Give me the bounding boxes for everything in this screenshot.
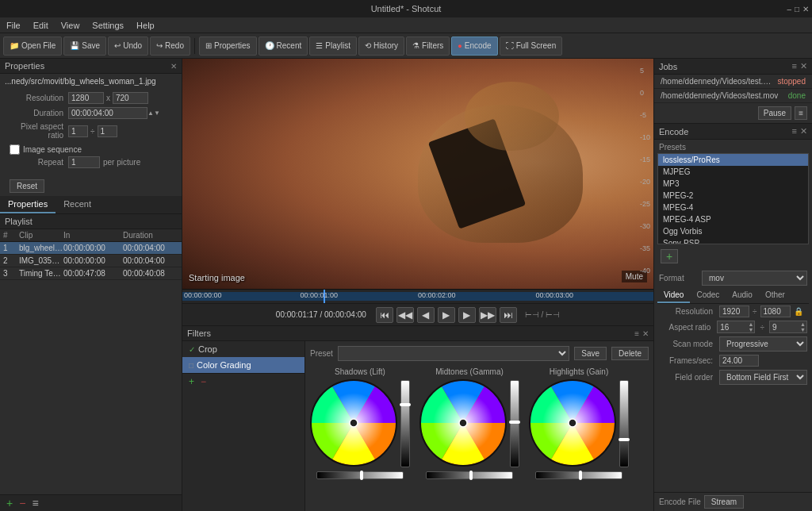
reset-button[interactable]: Reset [10, 179, 44, 193]
history-button[interactable]: ⟲ History [358, 36, 404, 56]
preset-item-mjpeg[interactable]: MJPEG [658, 166, 808, 178]
enc-aspect-w-up[interactable]: ▲ [747, 321, 754, 327]
enc-aspect-h-arrows[interactable]: ▲ ▼ [799, 321, 806, 332]
highlights-color-wheel[interactable] [529, 379, 616, 467]
codec-tab-codec[interactable]: Codec [690, 288, 726, 303]
shadows-bottom-slider[interactable] [316, 471, 404, 479]
codec-tab-other[interactable]: Other [759, 288, 791, 303]
preset-select[interactable] [338, 346, 569, 361]
shadows-h-handle[interactable] [360, 471, 363, 480]
image-sequence-checkbox[interactable] [10, 144, 20, 155]
window-controls[interactable]: – □ ✕ [787, 5, 809, 13]
highlights-h-handle[interactable] [579, 471, 582, 480]
tab-properties[interactable]: Properties [0, 196, 56, 213]
enc-field-select[interactable]: Bottom Field First [719, 370, 807, 385]
jobs-list-btn[interactable]: ≡ [795, 106, 807, 120]
preset-item-lossless[interactable]: lossless/ProRes [658, 154, 808, 166]
recent-button[interactable]: 🕐 Recent [259, 36, 308, 56]
enc-resolution-w[interactable] [719, 305, 749, 317]
preset-item-mpeg4[interactable]: MPEG-4 [658, 202, 808, 213]
preset-item-mpeg2[interactable]: MPEG-2 [658, 190, 808, 202]
filters-close-btn[interactable]: ✕ [642, 329, 649, 338]
save-button[interactable]: 💾 Save [63, 36, 106, 56]
shadows-color-wheel[interactable] [310, 379, 397, 467]
properties-close-btn[interactable]: ✕ [170, 62, 177, 71]
preset-save-btn[interactable]: Save [574, 347, 607, 360]
jobs-close-btn[interactable]: ✕ [800, 61, 807, 71]
midtones-bottom-slider[interactable] [426, 471, 513, 479]
jobs-pause-btn[interactable]: Pause [758, 106, 791, 120]
playlist-add-btn[interactable]: + [5, 498, 14, 509]
midtones-slider-handle[interactable] [509, 421, 520, 424]
menu-file[interactable]: File [3, 21, 24, 30]
resolution-height-input[interactable] [113, 92, 148, 104]
playlist-row-1[interactable]: 1 blg_wheels_.... 00:00:00:00 00:00:04:0… [0, 242, 182, 255]
preset-item-sony[interactable]: Sony-PSP [658, 237, 808, 244]
playlist-remove-btn[interactable]: − [17, 498, 27, 509]
pixel-aspect-input-1[interactable] [68, 125, 88, 137]
job-item-1[interactable]: /home/ddennedy/Videos/test.mov stopped [654, 75, 812, 89]
encode-close-btn[interactable]: ✕ [800, 126, 807, 136]
add-preset-btn[interactable]: + [661, 249, 678, 263]
menu-help[interactable]: Help [133, 21, 158, 30]
menu-settings[interactable]: Settings [89, 21, 127, 30]
enc-fps-input[interactable] [719, 355, 759, 367]
codec-tab-video[interactable]: Video [657, 288, 690, 303]
midtones-color-wheel[interactable] [419, 379, 507, 467]
job-item-2[interactable]: /home/ddennedy/Videos/test.mov done [654, 89, 812, 103]
minimize-btn[interactable]: – [787, 5, 791, 13]
duration-input[interactable] [68, 107, 147, 119]
properties-button[interactable]: ⊞ Properties [199, 36, 257, 56]
menu-edit[interactable]: Edit [30, 21, 52, 30]
maximize-btn[interactable]: □ [795, 5, 799, 13]
highlights-slider[interactable] [619, 380, 629, 467]
menu-view[interactable]: View [58, 21, 83, 30]
transport-step-back[interactable]: ◀ [417, 307, 435, 323]
format-select[interactable]: mov [702, 271, 807, 286]
playlist-menu-btn[interactable]: ≡ [30, 498, 40, 509]
midtones-h-handle[interactable] [469, 471, 473, 480]
tab-recent[interactable]: Recent [56, 196, 99, 213]
enc-aspect-h-down[interactable]: ▼ [799, 327, 806, 332]
enc-aspect-h-up[interactable]: ▲ [799, 321, 806, 327]
playlist-row-3[interactable]: 3 Timing Testsl... 00:00:47:08 00:00:40:… [0, 267, 182, 280]
pixel-aspect-input-2[interactable] [98, 125, 117, 137]
preset-item-mpeg4asp[interactable]: MPEG-4 ASP [658, 213, 808, 225]
transport-step-fwd[interactable]: ▶ [458, 307, 476, 323]
transport-skip-start[interactable]: ⏮ [376, 307, 393, 323]
shadows-slider[interactable] [400, 380, 410, 467]
shadows-slider-handle[interactable] [400, 403, 411, 406]
highlights-bottom-slider[interactable] [535, 471, 622, 479]
resolution-width-input[interactable] [68, 92, 104, 104]
duration-spinner-up[interactable]: ▲ [147, 110, 154, 117]
codec-tab-audio[interactable]: Audio [726, 288, 759, 303]
encode-stream-btn[interactable]: Stream [704, 495, 744, 509]
close-btn[interactable]: ✕ [802, 5, 809, 13]
repeat-input[interactable] [68, 156, 100, 168]
jobs-menu-btn[interactable]: ≡ [792, 61, 797, 71]
preset-item-ogg[interactable]: Ogg Vorbis [658, 225, 808, 237]
filter-item-color-grading[interactable]: □ Color Grading [182, 357, 304, 373]
filters-menu-btn[interactable]: ≡ [634, 329, 639, 338]
playlist-button[interactable]: ☰ Playlist [309, 36, 357, 56]
transport-skip-end[interactable]: ⏭ [500, 307, 517, 323]
enc-aspect-w-down[interactable]: ▼ [747, 327, 754, 332]
transport-rewind[interactable]: ◀◀ [396, 307, 414, 323]
filter-remove-btn[interactable]: − [199, 377, 208, 386]
playlist-row-2[interactable]: 2 IMG_0357.JPG 00:00:00:00 00:00:04:00 [0, 255, 182, 267]
highlights-slider-handle[interactable] [619, 438, 630, 441]
full-screen-button[interactable]: ⛶ Full Screen [500, 36, 563, 56]
enc-scan-select[interactable]: Progressive [719, 336, 807, 352]
filter-item-crop[interactable]: ✓ Crop [182, 341, 304, 357]
enc-aspect-w-arrows[interactable]: ▲ ▼ [747, 321, 754, 332]
redo-button[interactable]: ↪ Redo [150, 36, 190, 56]
filters-button[interactable]: ⚗ Filters [406, 36, 450, 56]
transport-play[interactable]: ▶ [438, 307, 455, 323]
preset-delete-btn[interactable]: Delete [611, 347, 649, 360]
filter-add-btn[interactable]: + [187, 377, 196, 386]
midtones-slider[interactable] [510, 380, 519, 467]
encode-button[interactable]: ● Encode [451, 36, 497, 56]
transport-fast-fwd[interactable]: ▶▶ [479, 307, 496, 323]
encode-menu-btn[interactable]: ≡ [792, 126, 797, 136]
enc-res-lock[interactable]: 🔒 [794, 307, 803, 316]
